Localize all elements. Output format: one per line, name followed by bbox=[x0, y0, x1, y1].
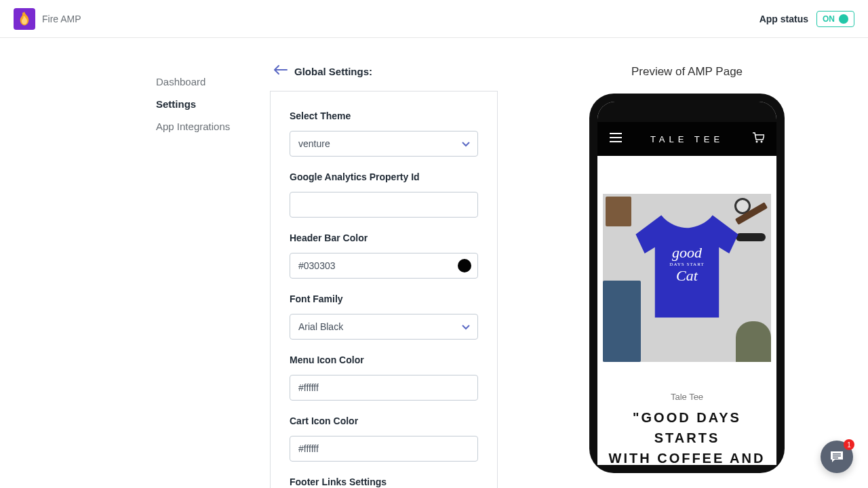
header-bar-color-input[interactable] bbox=[290, 253, 478, 279]
status-text: ON bbox=[823, 14, 835, 24]
sidebar: Dashboard Settings App Integrations bbox=[0, 38, 270, 488]
settings-form-column: Global Settings: Select Theme venture Go… bbox=[270, 38, 521, 488]
preview-heading: Preview of AMP Page bbox=[631, 65, 743, 79]
hamburger-icon[interactable] bbox=[610, 133, 622, 145]
phone-screen: TALE TEE bbox=[597, 102, 776, 465]
app-logo bbox=[14, 8, 35, 30]
menu-icon-color-input[interactable] bbox=[290, 375, 478, 401]
ga-id-label: Google Analytics Property Id bbox=[290, 171, 478, 182]
preview-body: good DAYS START Cat Tale Tee "GOOD DAYS … bbox=[597, 156, 776, 465]
svg-rect-4 bbox=[833, 458, 838, 459]
phone-frame: TALE TEE bbox=[589, 94, 785, 473]
header-bar-color-label: Header Bar Color bbox=[290, 232, 478, 243]
back-row: Global Settings: bbox=[270, 65, 521, 77]
phone-notch bbox=[597, 102, 776, 122]
cart-icon-color-label: Cart Icon Color bbox=[290, 415, 478, 426]
app-status-label: App status bbox=[760, 14, 808, 24]
svg-rect-2 bbox=[833, 453, 841, 455]
status-dot-icon bbox=[839, 14, 848, 24]
chat-icon bbox=[829, 450, 844, 464]
color-swatch-icon[interactable] bbox=[458, 259, 471, 272]
settings-card: Select Theme venture Google Analytics Pr… bbox=[270, 91, 498, 488]
chat-widget-button[interactable]: 1 bbox=[821, 441, 853, 473]
flame-icon bbox=[18, 12, 31, 26]
menu-icon-color-label: Menu Icon Color bbox=[290, 354, 478, 365]
font-family-label: Font Family bbox=[290, 293, 478, 304]
select-theme-dropdown[interactable]: venture bbox=[290, 131, 478, 157]
page-title: Global Settings: bbox=[294, 66, 372, 77]
app-status-toggle[interactable]: ON bbox=[816, 11, 854, 27]
sidebar-item-settings[interactable]: Settings bbox=[156, 93, 270, 115]
shirt-graphic-text: good DAYS START Cat bbox=[669, 244, 704, 285]
product-title: "GOOD DAYS STARTS WITH COFFEE AND bbox=[597, 402, 776, 465]
ga-id-input[interactable] bbox=[290, 192, 478, 218]
sidebar-item-app-integrations[interactable]: App Integrations bbox=[156, 115, 270, 138]
cart-icon-color-input[interactable] bbox=[290, 436, 478, 462]
cart-icon[interactable] bbox=[752, 132, 764, 146]
svg-point-1 bbox=[761, 141, 763, 143]
svg-point-0 bbox=[756, 141, 758, 143]
top-bar: Fire AMP App status ON bbox=[0, 0, 868, 38]
sidebar-item-dashboard[interactable]: Dashboard bbox=[156, 70, 270, 93]
preview-column: Preview of AMP Page TALE TEE bbox=[521, 38, 806, 488]
store-name: TALE TEE bbox=[650, 134, 724, 144]
select-theme-label: Select Theme bbox=[290, 110, 478, 121]
chat-badge: 1 bbox=[844, 439, 854, 450]
product-vendor: Tale Tee bbox=[597, 392, 776, 402]
back-arrow-icon[interactable] bbox=[274, 65, 288, 77]
app-name: Fire AMP bbox=[42, 14, 81, 24]
product-image: good DAYS START Cat bbox=[603, 194, 771, 362]
font-family-dropdown[interactable]: Arial Black bbox=[290, 314, 478, 340]
footer-links-label: Footer Links Settings bbox=[290, 476, 478, 487]
preview-store-header: TALE TEE bbox=[597, 122, 776, 156]
svg-rect-3 bbox=[833, 455, 841, 457]
